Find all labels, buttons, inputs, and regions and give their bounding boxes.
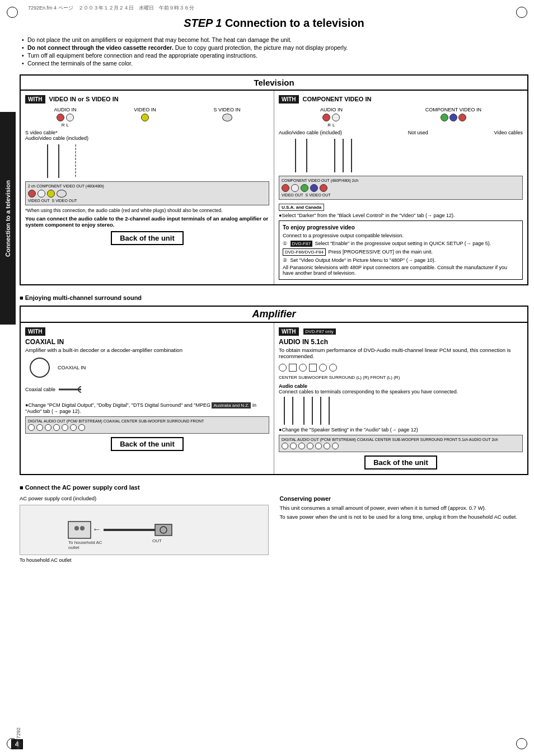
bullet-item-2: Do not connect through the video cassett… <box>22 44 528 51</box>
audio-in-label-right: AUDIO IN <box>320 107 343 112</box>
amp-right: WITH DVD-F87 only AUDIO IN 5.1ch To obta… <box>274 323 527 474</box>
progressive-note: All Panasonic televisions with 480P inpu… <box>283 265 519 276</box>
dvd-only-badge: DVD-F87 only <box>303 328 336 335</box>
unit-back-right-ports <box>282 184 520 192</box>
conserving-text2: To save power when the unit is not to be… <box>280 514 529 520</box>
ac-diagram-svg: To household AC outlet ← OUT <box>65 508 222 552</box>
sidebar-label: Connection to a television <box>0 112 16 325</box>
amp-coaxial-sublabel: Amplifier with a built-in decoder or a d… <box>25 347 269 353</box>
conserving-title: Conserving power <box>280 495 529 502</box>
unit-port-r-r <box>282 184 289 192</box>
tv-right-connection-diagram <box>279 139 523 172</box>
back-of-unit-amp-left: Back of the unit <box>25 437 269 451</box>
tv-header: Television <box>21 76 527 91</box>
tv-right-with-label: WITH COMPONENT VIDEO IN <box>279 95 523 104</box>
51-port-2 <box>289 364 297 372</box>
s-video-in-group: S VIDEO IN <box>214 107 241 128</box>
unit-back-left: 2 ch COMPONENT VIDEO OUT (480i/480i) VID… <box>25 181 269 205</box>
center-port <box>36 424 43 431</box>
51ch-port-labels: CENTER SUBWOOFER SURROUND (L) (R) FRONT … <box>279 375 523 380</box>
sub-port <box>45 424 51 431</box>
progressive-step1: ① DVD-F87 Select "Enable" in the progres… <box>283 241 519 247</box>
r-sub-port <box>298 443 305 449</box>
tv-right-label: COMPONENT VIDEO IN <box>303 96 372 102</box>
coaxial-port-circle <box>30 358 50 378</box>
audio-l-port-right <box>332 114 340 121</box>
back-of-unit-label-left: Back of the unit <box>111 231 184 245</box>
audio-r-label: R <box>62 123 65 128</box>
51ch-cable-svg <box>279 397 346 425</box>
progressive-step1b-text: Press [PROGRESSIVE OUT] on the main unit… <box>328 249 433 255</box>
corner-mark-tr <box>516 7 527 18</box>
conserving-text1: This unit consumes a small amount of pow… <box>280 505 529 511</box>
component-in-group: COMPONENT VIDEO IN <box>425 107 481 128</box>
amp-body: WITH COAXIAL IN Amplifier with a built-i… <box>21 323 527 474</box>
ac-cord-label: AC power supply cord (included) <box>20 495 96 501</box>
51ch-ports <box>279 364 523 372</box>
audio-in-group: AUDIO IN R L <box>54 107 76 128</box>
amp-51-sublabel: To obtain maximum performance of DVD-Aud… <box>279 347 523 359</box>
front-l-port <box>70 424 77 431</box>
ac-diagram: To household AC outlet ← OUT <box>20 505 269 555</box>
ac-title: Connect the AC power supply cord last <box>20 484 528 491</box>
unit-port-l <box>38 190 45 198</box>
step-circle-2: ② <box>283 257 287 263</box>
coaxial-cable-svg <box>59 381 81 398</box>
tv-left: WITH VIDEO IN or S VIDEO IN AUDIO IN <box>21 91 274 284</box>
back-of-unit-amp-right: Back of the unit <box>279 456 523 469</box>
dvd-f87-badge: DVD-F87 <box>291 241 312 247</box>
ac-cord-label-area: AC power supply cord (included) <box>20 495 269 501</box>
dvd-f8684-badge: DVD-F86/DVD-F84 <box>283 248 326 256</box>
amp-change-text: ●Change "PCM Digital Output", "Dolby Dig… <box>25 402 269 414</box>
amp-left-with: WITH <box>25 327 269 336</box>
unit-back-amp-right-labels: DIGITAL AUDIO OUT (PCM/ BITSTREAM) COAXI… <box>282 438 520 442</box>
ac-outlet-label: To household AC outlet <box>20 557 269 563</box>
unit-back-right-label: COMPONENT VIDEO OUT (480P/480i) 2ch <box>282 179 520 182</box>
s-video-cable-label: S video cable* Audio/video cable (includ… <box>25 130 88 141</box>
51-port-4 <box>309 364 317 372</box>
progressive-step2: ② Set "Video Output Mode" in Picture Men… <box>283 257 519 263</box>
r-front-l-port <box>324 443 330 449</box>
audio-cable-label: Audio cable <box>279 383 307 389</box>
step-title-suffix: Connection to a television <box>222 17 364 29</box>
amp-coaxial-label: COAXIAL IN <box>25 338 269 346</box>
stereo-note: You can connect the audio cable to the 2… <box>25 215 269 228</box>
svg-text:To household AC: To household AC <box>68 540 102 545</box>
audio-r-port-right <box>322 114 330 121</box>
audio-in-group-right: AUDIO IN R L <box>320 107 343 128</box>
file-info: 7292En.fm 4 ページ ２００３年１２月２４日 水曜日 午前９時３６分 <box>28 4 194 12</box>
svg-point-18 <box>80 526 85 530</box>
corner-mark-tl <box>7 7 18 18</box>
component-in-label: COMPONENT VIDEO IN <box>425 107 481 112</box>
unit-back-amp-right: DIGITAL AUDIO OUT (PCM/ BITSTREAM) COAXI… <box>279 435 523 452</box>
51-port-5 <box>319 364 327 372</box>
unit-back-amp-left-labels: DIGITAL AUDIO OUT (PCM/ BITSTREAM) COAXI… <box>28 419 266 423</box>
tv-left-inputs: AUDIO IN R L VIDEO IN <box>25 107 269 128</box>
unit-port-svideo <box>57 190 67 198</box>
coaxial-port-area: COAXIAL IN <box>25 358 269 378</box>
tv-right-inputs: AUDIO IN R L COMPONENT VIDEO IN <box>279 107 523 128</box>
51-port-3 <box>299 364 307 372</box>
multi-channel-title: Enjoying multi-channel surround sound <box>20 294 528 301</box>
audio-cable-section: Audio cable Connect cables to terminals … <box>279 383 523 395</box>
svg-point-17 <box>74 526 79 530</box>
video-in-port <box>141 114 149 121</box>
ac-left: AC power supply cord (included) To house… <box>20 495 269 563</box>
video-out-label: VIDEO OUT <box>28 199 50 203</box>
tv-right: WITH COMPONENT VIDEO IN AUDIO IN <box>274 91 527 284</box>
comp-port-y <box>441 114 448 121</box>
with-badge-right: WITH <box>279 95 299 104</box>
amp-with-badge-right: WITH <box>279 327 299 336</box>
bullet-item-4: Connect the terminals of the same color. <box>22 60 528 67</box>
tv-left-connection-diagram <box>25 144 269 178</box>
51-port-6 <box>329 364 337 372</box>
tv-left-label: VIDEO IN or S VIDEO IN <box>49 96 119 102</box>
amplifier-header: Amplifier <box>21 307 527 323</box>
audio-r-port <box>57 114 64 121</box>
unit-back-left-label: 2 ch COMPONENT VIDEO OUT (480i/480i) <box>28 184 266 188</box>
coaxial-cable-label: Coaxial cable <box>25 387 55 392</box>
amp-51-label: AUDIO IN 5.1ch <box>279 338 523 346</box>
surr-r-port <box>62 424 68 431</box>
bullet-list: Do not place the unit on amplifiers or e… <box>20 36 528 67</box>
amp-change-text-content: ●Change "PCM Digital Output", "Dolby Dig… <box>25 402 210 408</box>
